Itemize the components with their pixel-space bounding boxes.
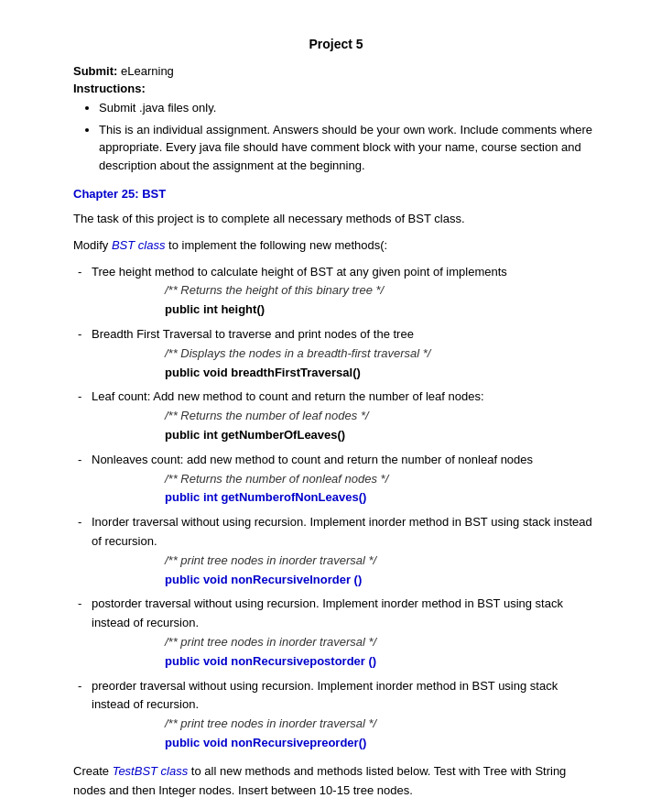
method-item-height: Tree height method to calculate height o…: [73, 263, 599, 320]
method-height-comment: /** Returns the height of this binary tr…: [92, 281, 599, 301]
method-item-postorder: postorder traversal without using recurs…: [73, 595, 599, 671]
method-item-inorder: Inorder traversal without using recursio…: [73, 513, 599, 589]
task-description: The task of this project is to complete …: [73, 210, 599, 229]
instructions-label: Instructions:: [73, 82, 146, 95]
method-inorder-desc: Inorder traversal without using recursio…: [92, 515, 592, 548]
method-nonleaf-code: public int getNumberofNonLeaves(): [92, 488, 599, 508]
method-bft-comment: /** Displays the nodes in a breadth-firs…: [92, 344, 599, 364]
instructions-list: Submit .java files only. This is an indi…: [73, 99, 599, 174]
create-line: Create TestBST class to all new methods …: [73, 762, 599, 801]
method-leaf-code: public int getNumberOfLeaves(): [92, 426, 599, 445]
instruction-item-1: Submit .java files only.: [99, 99, 599, 117]
method-nonleaf-desc: Nonleaves count: add new method to count…: [92, 453, 533, 466]
method-postorder-desc: postorder traversal without using recurs…: [92, 596, 563, 629]
instruction-item-2: This is an individual assignment. Answer…: [99, 121, 599, 175]
submit-value-text: eLearning: [121, 64, 174, 78]
method-nonleaf-comment: /** Returns the number of nonleaf nodes …: [92, 470, 599, 489]
method-item-leaf: Leaf count: Add new method to count and …: [73, 388, 599, 444]
method-height-desc: Tree height method to calculate height o…: [92, 265, 507, 279]
method-height-code: public int height(): [92, 301, 599, 320]
method-preorder-comment: /** print tree nodes in inorder traversa…: [92, 715, 599, 734]
submit-label: Submit:: [73, 64, 117, 78]
testbst-class-link[interactable]: TestBST class: [113, 764, 189, 778]
method-postorder-comment: /** print tree nodes in inorder traversa…: [92, 633, 599, 652]
method-bft-desc: Breadth First Traversal to traverse and …: [92, 327, 414, 341]
method-leaf-comment: /** Returns the number of leaf nodes */: [92, 407, 599, 426]
chapter-heading: Chapter 25: BST: [73, 187, 599, 201]
method-item-bft: Breadth First Traversal to traverse and …: [73, 325, 599, 382]
modify-prefix: Modify: [73, 238, 112, 252]
method-inorder-code: public void nonRecursiveInorder (): [92, 571, 599, 590]
method-inorder-comment: /** print tree nodes in inorder traversa…: [92, 552, 599, 571]
page-title: Project 5: [73, 37, 599, 51]
create-prefix: Create: [73, 764, 113, 778]
method-item-preorder: preorder traversal without using recursi…: [73, 677, 599, 753]
method-preorder-code: public void nonRecursivepreorder(): [92, 734, 599, 753]
method-bft-code: public void breadthFirstTraversal(): [92, 364, 599, 383]
method-postorder-code: public void nonRecursivepostorder (): [92, 652, 599, 672]
method-preorder-desc: preorder traversal without using recursi…: [92, 679, 558, 712]
bst-class-link[interactable]: BST class: [112, 238, 166, 252]
method-list: Tree height method to calculate height o…: [73, 263, 599, 753]
method-leaf-desc: Leaf count: Add new method to count and …: [92, 389, 484, 403]
modify-suffix: to implement the following new methods(:: [165, 238, 387, 252]
method-item-nonleaf: Nonleaves count: add new method to count…: [73, 451, 599, 508]
modify-line: Modify BST class to implement the follow…: [73, 236, 599, 256]
